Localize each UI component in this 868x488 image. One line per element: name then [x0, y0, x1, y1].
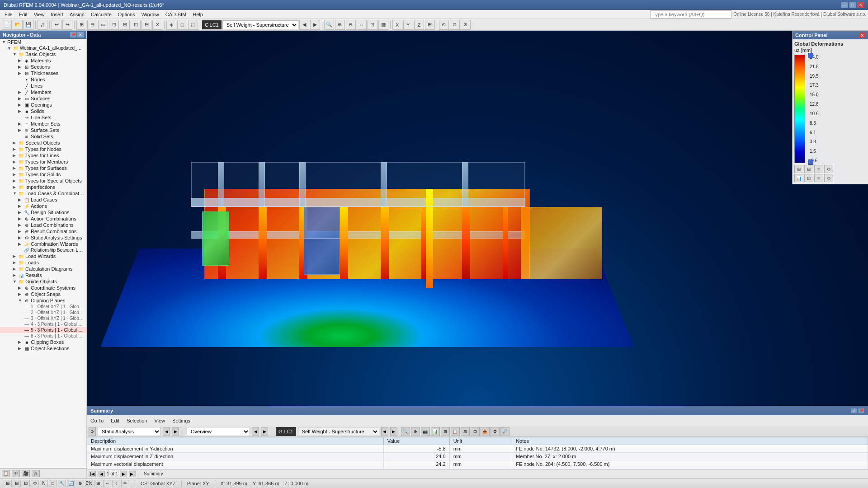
- page-last-btn[interactable]: ▶|: [129, 471, 136, 477]
- page-prev-btn[interactable]: ◀: [98, 471, 105, 477]
- sum-icon4[interactable]: 📊: [431, 427, 440, 436]
- nav-load-comb[interactable]: ▶ ⊕ Load Combinations: [0, 222, 86, 228]
- nav-data-btn[interactable]: 📋: [2, 470, 10, 477]
- analysis-type-dropdown[interactable]: Static Analysis: [98, 427, 161, 436]
- tb-view3[interactable]: ▦: [378, 20, 388, 30]
- overview-dropdown[interactable]: Overview: [187, 427, 250, 436]
- status-icon7[interactable]: 🔧: [58, 480, 66, 487]
- nav-types-members[interactable]: ▶ 📁 Types for Members: [0, 159, 86, 165]
- nav-clipping-boxes[interactable]: ▶ ■ Clipping Boxes: [0, 339, 86, 345]
- nav-nodes[interactable]: • Nodes: [0, 76, 86, 83]
- status-icon8[interactable]: 🔄: [67, 480, 75, 487]
- summary-pin-btn[interactable]: 📌: [858, 408, 864, 413]
- 3d-viewport[interactable]: Control Panel ✕ Global Deformations uz […: [87, 31, 868, 406]
- nav-static-settings[interactable]: ▶ ⚙ Static Analysis Settings: [0, 235, 86, 241]
- nav-surface-sets[interactable]: ▶ ≡ Surface Sets: [0, 127, 86, 133]
- nav-basic-objects[interactable]: ▼ 📁 Basic Objects: [0, 51, 86, 57]
- status-icon14[interactable]: ✏: [121, 480, 129, 487]
- status-icon11[interactable]: ⊞: [94, 480, 102, 487]
- tb-view1[interactable]: ↔: [357, 20, 367, 30]
- tb-render2[interactable]: □: [177, 20, 187, 30]
- nav-comb-wizards[interactable]: ▶ ✨ Combination Wizards: [0, 241, 86, 247]
- nav-coord-systems[interactable]: ▶ ⊕ Coordinate Systems: [0, 285, 86, 291]
- maximize-button[interactable]: □: [849, 2, 856, 8]
- tb-btn8[interactable]: ✕: [152, 20, 162, 30]
- status-icon10[interactable]: 0%: [85, 480, 93, 487]
- nav-thicknesses[interactable]: ▶ ⊟ Thicknesses: [0, 70, 86, 76]
- nav-special-objects[interactable]: ▶ 📁 Special Objects: [0, 140, 86, 146]
- tb-btn2[interactable]: ⊟: [87, 20, 97, 30]
- nav-lines[interactable]: ╱ Lines: [0, 83, 86, 89]
- sum-icon1[interactable]: 🔍: [401, 427, 410, 436]
- status-icon5[interactable]: N: [40, 480, 48, 487]
- nav-imperfections[interactable]: ▶ 📁 Imperfections: [0, 184, 86, 190]
- status-icon13[interactable]: ↕: [112, 480, 120, 487]
- tb-render1[interactable]: ◈: [166, 20, 176, 30]
- nav-loads[interactable]: ▶ 📁 Loads: [0, 259, 86, 266]
- summary-selection[interactable]: Selection: [125, 417, 149, 424]
- nav-clip1[interactable]: — 1 - Offset XYZ | 1 - Global X: [0, 304, 86, 310]
- lc-name-dropdown-summary[interactable]: Self Weight - Superstructure: [298, 427, 379, 436]
- tb-btn4[interactable]: ⊡: [109, 20, 119, 30]
- save-btn[interactable]: 💾: [24, 20, 33, 30]
- cp-icon5[interactable]: 📊: [794, 174, 803, 182]
- cp-icon6[interactable]: ⊡: [804, 174, 813, 182]
- tb-axis4[interactable]: ⊞: [425, 20, 435, 30]
- tb-misc2[interactable]: ⊚: [450, 20, 460, 30]
- summary-settings[interactable]: Settings: [170, 417, 192, 424]
- tb-zoom1[interactable]: 🔍: [324, 20, 334, 30]
- table-row-2[interactable]: Maximum vectorial displacement 24.2 mm F…: [87, 460, 868, 468]
- lc-next-summary-btn[interactable]: ▶: [390, 427, 397, 436]
- tb-btn1[interactable]: ⊞: [76, 20, 86, 30]
- nav-types-nodes[interactable]: ▶ 📁 Types for Nodes: [0, 146, 86, 152]
- tb-render3[interactable]: ⬚: [188, 20, 198, 30]
- lc-next-btn[interactable]: ▶: [310, 20, 320, 30]
- nav-result-comb[interactable]: ▶ ⊕ Result Combinations: [0, 228, 86, 235]
- overview-next-btn[interactable]: ▶: [261, 427, 268, 436]
- lc-prev-summary-btn[interactable]: ◀: [381, 427, 388, 436]
- tb-view2[interactable]: ⊡: [368, 20, 377, 30]
- lc-dropdown[interactable]: Self Weight - Superstructure: [222, 20, 298, 29]
- tb-btn6[interactable]: ⊡: [131, 20, 141, 30]
- nav-display-btn[interactable]: 🎥: [22, 470, 30, 477]
- nav-object-selections[interactable]: ▶ ▦ Object Selections: [0, 345, 86, 352]
- cp-icon8[interactable]: ⚙: [824, 174, 833, 182]
- nav-close-btn[interactable]: ✕: [77, 32, 84, 38]
- menu-view[interactable]: View: [31, 11, 47, 18]
- nav-clip2[interactable]: — 2 - Offset XYZ | 1 - Global X: [0, 310, 86, 315]
- nav-sections[interactable]: ▶ ⊞ Sections: [0, 64, 86, 70]
- summary-expand-btn[interactable]: ⤢: [851, 408, 857, 413]
- nav-members[interactable]: ▶ ╱ Members: [0, 89, 86, 95]
- nav-actions[interactable]: ▶ ⚡ Actions: [0, 203, 86, 209]
- nav-types-lines[interactable]: ▶ 📁 Types for Lines: [0, 152, 86, 159]
- menu-calculate[interactable]: Calculate: [88, 11, 114, 18]
- nav-view-btn[interactable]: 👁: [12, 470, 20, 477]
- table-row-0[interactable]: Maximum displacement in Y-direction -5.8…: [87, 445, 868, 453]
- nav-guide-objects[interactable]: ▼ 📁 Guide Objects: [0, 278, 86, 285]
- status-icon2[interactable]: ⊟: [13, 480, 21, 487]
- nav-member-sets[interactable]: ▶ ≡ Member Sets: [0, 121, 86, 127]
- nav-surfaces[interactable]: ▶ ▭ Surfaces: [0, 95, 86, 102]
- nav-action-comb[interactable]: ▶ ⊕ Action Combinations: [0, 216, 86, 222]
- tb-misc3[interactable]: ⊛: [461, 20, 471, 30]
- nav-materials[interactable]: ▶ ◈ Materials: [0, 57, 86, 64]
- nav-relationship[interactable]: 🔗 Relationship Between Load C: [0, 247, 86, 253]
- cp-icon2[interactable]: ⊟: [804, 165, 813, 173]
- undo-btn[interactable]: ↩: [52, 20, 61, 30]
- page-next-btn[interactable]: ▶: [120, 471, 127, 477]
- status-icon4[interactable]: ⚙: [31, 480, 39, 487]
- status-icon1[interactable]: ⊞: [4, 480, 12, 487]
- status-icon12[interactable]: ↔: [103, 480, 111, 487]
- nav-openings[interactable]: ▶ ▣ Openings: [0, 102, 86, 108]
- nav-clip3[interactable]: — 3 - Offset XYZ | 1 - Global X: [0, 315, 86, 321]
- new-btn[interactable]: 📄: [2, 20, 12, 30]
- sum-icon2[interactable]: ⊕: [411, 427, 420, 436]
- sum-search-btn[interactable]: 🔎: [500, 427, 509, 436]
- analysis-next-btn[interactable]: ▶: [172, 427, 179, 436]
- nav-print-btn[interactable]: 🖨: [32, 470, 40, 477]
- nav-object-snaps[interactable]: ▶ ⊕ Object Snaps: [0, 291, 86, 297]
- nav-clip6[interactable]: — 6 - 3 Points | 1 - Global XYZ: [0, 333, 86, 339]
- menu-window[interactable]: Window: [139, 11, 162, 18]
- nav-results[interactable]: ▶ 📊 Results: [0, 272, 86, 278]
- summary-view[interactable]: View: [152, 417, 167, 424]
